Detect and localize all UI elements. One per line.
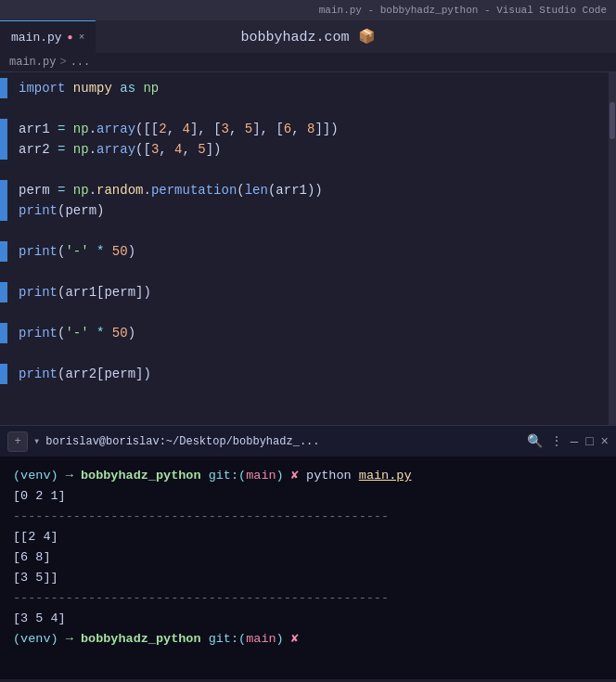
terminal-arrow: →	[66, 469, 73, 483]
code-line-1: import numpy as np	[0, 78, 616, 98]
terminal-path: borislav@borislav:~/Desktop/bobbyhadz_..…	[45, 435, 521, 448]
terminal-output-2: [[2 4]	[13, 527, 603, 547]
active-tab[interactable]: main.py ● ×	[0, 20, 96, 53]
terminal-minimize-button[interactable]: —	[571, 434, 578, 449]
code-content-3: arr1 = np.array([[2, 4], [3, 5], [6, 8]]…	[11, 119, 339, 139]
code-line-4: arr2 = np.array([3, 4, 5])	[0, 139, 616, 160]
terminal-cross-2: ✘	[291, 632, 299, 646]
terminal-branch: main	[246, 469, 276, 483]
code-line-13: print('-' * 50)	[0, 323, 616, 343]
terminal-venv-2: (venv)	[13, 632, 58, 646]
terminal-project: bobbyhadz_python	[81, 469, 201, 483]
code-line-15: print(arr2[perm])	[0, 364, 616, 384]
terminal-close-button[interactable]: ×	[601, 434, 609, 449]
terminal-separator-1: ----------------------------------------…	[13, 507, 603, 527]
scrollbar-thumb[interactable]	[610, 102, 615, 139]
code-line-14	[0, 343, 616, 364]
terminal-output-1: [0 2 1]	[13, 486, 603, 507]
tab-close-button[interactable]: ×	[79, 32, 85, 43]
code-editor: import numpy as np arr1 = np.array([[2, …	[0, 72, 616, 425]
center-title-icon: 📦	[358, 30, 376, 45]
terminal-search-button[interactable]: 🔍	[527, 433, 543, 449]
terminal-output-4: [3 5]]	[13, 568, 603, 588]
terminal-icons: 🔍 ⋮ — □ ×	[527, 433, 609, 449]
gutter-7	[0, 200, 7, 221]
breadcrumb-file: main.py	[9, 56, 56, 69]
code-line-3: arr1 = np.array([[2, 4], [3, 5], [6, 8]]…	[0, 119, 616, 139]
center-title-text: bobbyhadz.com	[240, 30, 357, 45]
terminal-venv: (venv)	[13, 469, 58, 483]
gutter-15	[0, 364, 7, 384]
code-content-15: print(arr2[perm])	[11, 364, 151, 384]
terminal-project-2: bobbyhadz_python	[81, 632, 201, 646]
gutter-9	[0, 241, 7, 262]
gutter-4	[0, 139, 7, 160]
code-content-1: import numpy as np	[11, 78, 159, 98]
title-bar: main.py - bobbyhadz_python - Visual Stud…	[0, 0, 616, 20]
breadcrumb-separator: >	[59, 56, 66, 69]
gutter-3	[0, 119, 7, 139]
editor-scrollbar[interactable]	[609, 72, 616, 425]
terminal-maximize-button[interactable]: □	[585, 434, 593, 449]
gutter-6	[0, 180, 7, 200]
code-line-10	[0, 262, 616, 282]
title-bar-text: main.py - bobbyhadz_python - Visual Stud…	[319, 5, 607, 16]
code-content-9: print('-' * 50)	[11, 241, 135, 262]
gutter-11	[0, 282, 7, 302]
terminal-body: (venv) → bobbyhadz_python git:(main) ✘ p…	[0, 457, 616, 679]
terminal-separator-2: ----------------------------------------…	[13, 588, 603, 609]
code-line-8	[0, 221, 616, 241]
gutter-13	[0, 323, 7, 343]
code-content-4: arr2 = np.array([3, 4, 5])	[11, 139, 222, 160]
terminal-branch-2: main	[246, 632, 276, 646]
terminal-command: python	[306, 469, 352, 483]
code-content-11: print(arr1[perm])	[11, 282, 151, 302]
terminal-git-2: git:(	[209, 632, 247, 646]
code-content-13: print('-' * 50)	[11, 323, 135, 343]
editor-title: bobbyhadz.com 📦	[240, 28, 375, 45]
terminal-cross: ✘	[291, 469, 299, 483]
terminal-add-button[interactable]: +	[7, 431, 28, 452]
breadcrumb: main.py > ...	[0, 53, 616, 72]
terminal-prompt-line-2: (venv) → bobbyhadz_python git:(main) ✘	[13, 629, 603, 650]
terminal-output-3: [6 8]	[13, 547, 603, 568]
terminal-tab-bar: + ▾ borislav@borislav:~/Desktop/bobbyhad…	[0, 425, 616, 457]
terminal-script: main.py	[359, 469, 412, 483]
code-content-7: print(perm)	[11, 200, 104, 221]
code-line-11: print(arr1[perm])	[0, 282, 616, 302]
gutter-1	[0, 78, 7, 98]
code-line-5	[0, 160, 616, 180]
terminal-prompt-line: (venv) → bobbyhadz_python git:(main) ✘ p…	[13, 466, 603, 486]
terminal-more-button[interactable]: ⋮	[550, 433, 563, 449]
modified-dot: ●	[68, 32, 73, 43]
tab-filename: main.py	[11, 31, 62, 45]
terminal-output-5: [3 5 4]	[13, 609, 603, 629]
code-content-6: perm = np.random.permutation(len(arr1))	[11, 180, 323, 200]
terminal-arrow-2: →	[66, 632, 73, 646]
code-line-2	[0, 98, 616, 119]
breadcrumb-context: ...	[71, 56, 91, 69]
code-line-12	[0, 302, 616, 323]
tab-bar: main.py ● × bobbyhadz.com 📦	[0, 20, 616, 53]
code-line-6: perm = np.random.permutation(len(arr1))	[0, 180, 616, 200]
code-line-9: print('-' * 50)	[0, 241, 616, 262]
code-line-7: print(perm)	[0, 200, 616, 221]
terminal-git: git:(	[209, 469, 247, 483]
terminal-dropdown-button[interactable]: ▾	[33, 434, 40, 448]
